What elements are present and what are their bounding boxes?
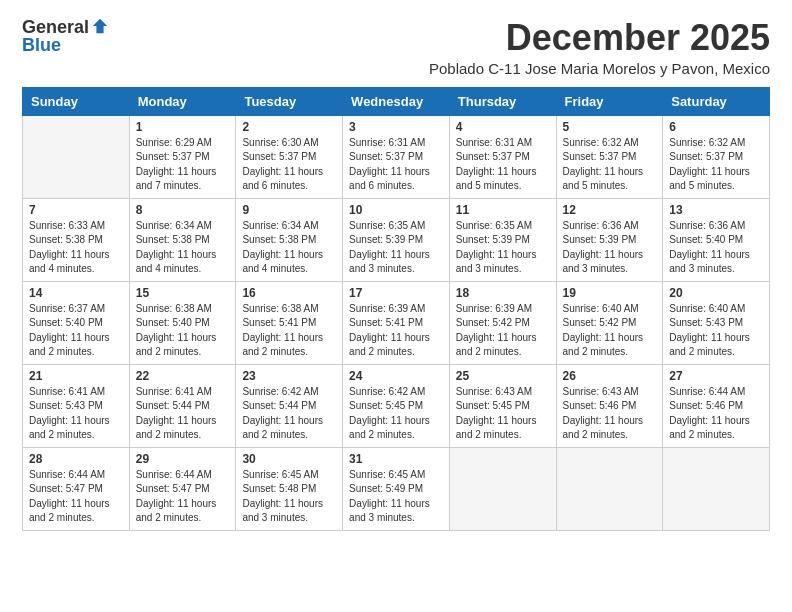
weekday-header-cell: Friday — [556, 87, 663, 115]
weekday-header-row: SundayMondayTuesdayWednesdayThursdayFrid… — [23, 87, 770, 115]
calendar-cell: 11Sunrise: 6:35 AMSunset: 5:39 PMDayligh… — [449, 198, 556, 281]
calendar-cell: 22Sunrise: 6:41 AMSunset: 5:44 PMDayligh… — [129, 364, 236, 447]
calendar-cell: 16Sunrise: 6:38 AMSunset: 5:41 PMDayligh… — [236, 281, 343, 364]
day-info: Sunrise: 6:39 AMSunset: 5:41 PMDaylight:… — [349, 302, 443, 360]
calendar-cell: 3Sunrise: 6:31 AMSunset: 5:37 PMDaylight… — [343, 115, 450, 198]
day-number: 8 — [136, 203, 230, 217]
day-number: 6 — [669, 120, 763, 134]
day-number: 17 — [349, 286, 443, 300]
day-info: Sunrise: 6:35 AMSunset: 5:39 PMDaylight:… — [456, 219, 550, 277]
calendar-cell: 1Sunrise: 6:29 AMSunset: 5:37 PMDaylight… — [129, 115, 236, 198]
day-number: 23 — [242, 369, 336, 383]
calendar-cell: 30Sunrise: 6:45 AMSunset: 5:48 PMDayligh… — [236, 447, 343, 530]
calendar-cell: 5Sunrise: 6:32 AMSunset: 5:37 PMDaylight… — [556, 115, 663, 198]
calendar-cell: 26Sunrise: 6:43 AMSunset: 5:46 PMDayligh… — [556, 364, 663, 447]
day-info: Sunrise: 6:43 AMSunset: 5:45 PMDaylight:… — [456, 385, 550, 443]
day-info: Sunrise: 6:37 AMSunset: 5:40 PMDaylight:… — [29, 302, 123, 360]
calendar-cell: 21Sunrise: 6:41 AMSunset: 5:43 PMDayligh… — [23, 364, 130, 447]
calendar-cell: 10Sunrise: 6:35 AMSunset: 5:39 PMDayligh… — [343, 198, 450, 281]
weekday-header-cell: Monday — [129, 87, 236, 115]
day-number: 25 — [456, 369, 550, 383]
logo-general: General — [22, 18, 89, 36]
calendar-cell: 18Sunrise: 6:39 AMSunset: 5:42 PMDayligh… — [449, 281, 556, 364]
calendar-cell: 6Sunrise: 6:32 AMSunset: 5:37 PMDaylight… — [663, 115, 770, 198]
day-info: Sunrise: 6:30 AMSunset: 5:37 PMDaylight:… — [242, 136, 336, 194]
day-number: 19 — [563, 286, 657, 300]
day-number: 18 — [456, 286, 550, 300]
weekday-header-cell: Sunday — [23, 87, 130, 115]
day-info: Sunrise: 6:42 AMSunset: 5:44 PMDaylight:… — [242, 385, 336, 443]
calendar-week-row: 28Sunrise: 6:44 AMSunset: 5:47 PMDayligh… — [23, 447, 770, 530]
day-number: 28 — [29, 452, 123, 466]
day-number: 9 — [242, 203, 336, 217]
calendar-cell: 17Sunrise: 6:39 AMSunset: 5:41 PMDayligh… — [343, 281, 450, 364]
day-info: Sunrise: 6:41 AMSunset: 5:44 PMDaylight:… — [136, 385, 230, 443]
day-info: Sunrise: 6:45 AMSunset: 5:49 PMDaylight:… — [349, 468, 443, 526]
day-info: Sunrise: 6:38 AMSunset: 5:40 PMDaylight:… — [136, 302, 230, 360]
day-number: 16 — [242, 286, 336, 300]
day-number: 15 — [136, 286, 230, 300]
calendar-cell: 28Sunrise: 6:44 AMSunset: 5:47 PMDayligh… — [23, 447, 130, 530]
day-number: 4 — [456, 120, 550, 134]
calendar-cell: 13Sunrise: 6:36 AMSunset: 5:40 PMDayligh… — [663, 198, 770, 281]
day-number: 3 — [349, 120, 443, 134]
calendar-cell: 15Sunrise: 6:38 AMSunset: 5:40 PMDayligh… — [129, 281, 236, 364]
main-title: December 2025 — [429, 18, 770, 58]
day-number: 10 — [349, 203, 443, 217]
day-info: Sunrise: 6:35 AMSunset: 5:39 PMDaylight:… — [349, 219, 443, 277]
day-number: 24 — [349, 369, 443, 383]
day-info: Sunrise: 6:43 AMSunset: 5:46 PMDaylight:… — [563, 385, 657, 443]
calendar-cell: 12Sunrise: 6:36 AMSunset: 5:39 PMDayligh… — [556, 198, 663, 281]
day-number: 20 — [669, 286, 763, 300]
day-info: Sunrise: 6:32 AMSunset: 5:37 PMDaylight:… — [669, 136, 763, 194]
day-info: Sunrise: 6:42 AMSunset: 5:45 PMDaylight:… — [349, 385, 443, 443]
day-info: Sunrise: 6:36 AMSunset: 5:39 PMDaylight:… — [563, 219, 657, 277]
day-info: Sunrise: 6:34 AMSunset: 5:38 PMDaylight:… — [242, 219, 336, 277]
calendar-cell: 8Sunrise: 6:34 AMSunset: 5:38 PMDaylight… — [129, 198, 236, 281]
day-number: 2 — [242, 120, 336, 134]
calendar-cell: 23Sunrise: 6:42 AMSunset: 5:44 PMDayligh… — [236, 364, 343, 447]
day-info: Sunrise: 6:33 AMSunset: 5:38 PMDaylight:… — [29, 219, 123, 277]
logo: General Blue — [22, 18, 109, 55]
day-number: 29 — [136, 452, 230, 466]
calendar-cell — [556, 447, 663, 530]
day-info: Sunrise: 6:32 AMSunset: 5:37 PMDaylight:… — [563, 136, 657, 194]
day-number: 1 — [136, 120, 230, 134]
calendar-cell: 7Sunrise: 6:33 AMSunset: 5:38 PMDaylight… — [23, 198, 130, 281]
calendar-cell: 31Sunrise: 6:45 AMSunset: 5:49 PMDayligh… — [343, 447, 450, 530]
logo-blue: Blue — [22, 35, 61, 55]
calendar-cell: 29Sunrise: 6:44 AMSunset: 5:47 PMDayligh… — [129, 447, 236, 530]
day-info: Sunrise: 6:40 AMSunset: 5:43 PMDaylight:… — [669, 302, 763, 360]
calendar-cell: 9Sunrise: 6:34 AMSunset: 5:38 PMDaylight… — [236, 198, 343, 281]
weekday-header-cell: Tuesday — [236, 87, 343, 115]
day-info: Sunrise: 6:31 AMSunset: 5:37 PMDaylight:… — [456, 136, 550, 194]
day-number: 27 — [669, 369, 763, 383]
day-info: Sunrise: 6:36 AMSunset: 5:40 PMDaylight:… — [669, 219, 763, 277]
day-info: Sunrise: 6:29 AMSunset: 5:37 PMDaylight:… — [136, 136, 230, 194]
calendar-week-row: 7Sunrise: 6:33 AMSunset: 5:38 PMDaylight… — [23, 198, 770, 281]
day-number: 12 — [563, 203, 657, 217]
day-info: Sunrise: 6:45 AMSunset: 5:48 PMDaylight:… — [242, 468, 336, 526]
svg-marker-0 — [93, 19, 107, 33]
title-block: December 2025 Poblado C-11 Jose Maria Mo… — [429, 18, 770, 77]
day-info: Sunrise: 6:44 AMSunset: 5:47 PMDaylight:… — [136, 468, 230, 526]
day-info: Sunrise: 6:39 AMSunset: 5:42 PMDaylight:… — [456, 302, 550, 360]
header: General Blue December 2025 Poblado C-11 … — [22, 18, 770, 77]
day-number: 7 — [29, 203, 123, 217]
day-number: 13 — [669, 203, 763, 217]
calendar-cell: 19Sunrise: 6:40 AMSunset: 5:42 PMDayligh… — [556, 281, 663, 364]
weekday-header-cell: Thursday — [449, 87, 556, 115]
calendar-cell — [449, 447, 556, 530]
day-info: Sunrise: 6:44 AMSunset: 5:46 PMDaylight:… — [669, 385, 763, 443]
calendar-cell — [663, 447, 770, 530]
day-info: Sunrise: 6:34 AMSunset: 5:38 PMDaylight:… — [136, 219, 230, 277]
day-number: 26 — [563, 369, 657, 383]
calendar-cell: 27Sunrise: 6:44 AMSunset: 5:46 PMDayligh… — [663, 364, 770, 447]
calendar-cell — [23, 115, 130, 198]
day-number: 5 — [563, 120, 657, 134]
calendar-table: SundayMondayTuesdayWednesdayThursdayFrid… — [22, 87, 770, 531]
calendar-cell: 25Sunrise: 6:43 AMSunset: 5:45 PMDayligh… — [449, 364, 556, 447]
calendar-cell: 2Sunrise: 6:30 AMSunset: 5:37 PMDaylight… — [236, 115, 343, 198]
day-info: Sunrise: 6:38 AMSunset: 5:41 PMDaylight:… — [242, 302, 336, 360]
day-info: Sunrise: 6:31 AMSunset: 5:37 PMDaylight:… — [349, 136, 443, 194]
